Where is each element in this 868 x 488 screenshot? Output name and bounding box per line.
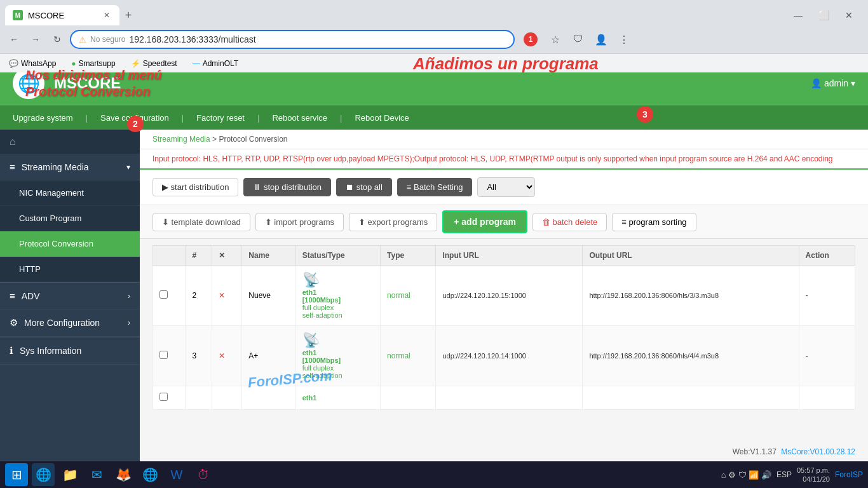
streaming-media-icon: ≡ (10, 161, 15, 172)
import-programs-button[interactable]: ⬆ import programs (255, 213, 344, 231)
sidebar: ⌂ ≡ Streaming Media ▾ NIC Management Cus… (0, 130, 140, 488)
row-checkbox-next[interactable] (159, 393, 168, 401)
taskbar-explorer[interactable]: 📁 (58, 463, 81, 486)
taskbar-mail[interactable]: ✉ (85, 463, 108, 486)
sidebar-home-button[interactable]: ⌂ (0, 130, 140, 154)
info-icon: ℹ (10, 345, 13, 356)
tab-title: MSCORE (28, 11, 64, 20)
browser-tab[interactable]: M MSCORE ✕ (5, 5, 119, 25)
extension-icon[interactable]: 🛡 (569, 30, 587, 48)
arrow-annotation: ↙ (553, 76, 580, 113)
program-sorting-button[interactable]: ≡ program sorting (612, 213, 696, 231)
row-status-2: 📡 eth1 [1000Mbps] full duplex self-adapt… (295, 266, 380, 326)
sidebar-item-custom-label: Custom Program (19, 214, 81, 223)
row-input-3: udp://224.120.120.14:1000 (436, 326, 583, 386)
breadcrumb-separator: > (212, 135, 217, 144)
sidebar-item-sys-information[interactable]: ℹ Sys Information (0, 337, 140, 365)
start-distribution-button[interactable]: ▶ start distribution (153, 178, 238, 196)
menu-icon[interactable]: ⋮ (615, 30, 633, 48)
row-type-3: normal (381, 326, 436, 386)
bookmark-icon[interactable]: ☆ (546, 30, 564, 48)
row-type-2: normal (381, 266, 436, 326)
export-programs-button[interactable]: ⬆ export programs (349, 213, 437, 231)
taskbar-language: ESP (776, 470, 792, 479)
content-area: Streaming Media > Protocol Conversion In… (140, 130, 868, 488)
taskbar-word[interactable]: W (165, 463, 188, 486)
breadcrumb: Streaming Media > Protocol Conversion (140, 130, 868, 149)
web-version: Web:V1.1.37 (733, 447, 776, 456)
filter-select[interactable]: All Running Stopped (477, 177, 535, 197)
stop-all-button[interactable]: ⏹ stop all (336, 178, 392, 196)
row-id-2: 2 (186, 266, 212, 326)
bookmark-adminolt[interactable]: — AdminOLT (189, 58, 242, 69)
sidebar-item-adv[interactable]: ≡ ADV › (0, 283, 140, 309)
sidebar-item-protocol-conversion[interactable]: Protocol Conversion (0, 231, 140, 257)
col-output: Output URL (583, 246, 799, 266)
reload-button[interactable]: ↻ (48, 30, 66, 48)
sidebar-item-http[interactable]: HTTP (0, 257, 140, 282)
profile-icon[interactable]: 👤 (592, 30, 610, 48)
row-name-3: A+ (242, 326, 295, 386)
warning-text: Input protocol: HLS, HTTP, RTP, UDP, RTS… (153, 154, 833, 163)
back-button[interactable]: ← (5, 30, 23, 48)
sidebar-item-custom-program[interactable]: Custom Program (0, 206, 140, 231)
row-delete-2[interactable]: ✕ (212, 266, 242, 326)
col-id: # (186, 246, 212, 266)
table-container: # ✕ Name Status/Type Type Input URL Outp… (140, 239, 868, 423)
row-delete-3[interactable]: ✕ (212, 326, 242, 386)
taskbar-foroISP: ForoISP (835, 470, 863, 479)
reboot-device-link[interactable]: Reboot Device (355, 113, 409, 123)
batch-setting-button[interactable]: ≡ Batch Setting (397, 178, 473, 196)
col-action: Action (799, 246, 855, 266)
table-row: 3 ✕ A+ 📡 eth1 [1000Mbps] full duplex sel… (153, 326, 855, 386)
row-status-3: 📡 eth1 [1000Mbps] full duplex self-adapt… (295, 326, 380, 386)
col-name: Name (242, 246, 295, 266)
sidebar-item-nic-management[interactable]: NIC Management (0, 180, 140, 206)
mscore-version: MsCore:V01.00.28.12 (781, 447, 855, 456)
tab-close-button[interactable]: ✕ (102, 10, 112, 20)
reboot-service-link[interactable]: Reboot service (272, 113, 327, 123)
address-bar[interactable]: ⚠ No seguro 192.168.203.136:3333/multica… (70, 30, 515, 49)
template-download-button[interactable]: ⬇ template download (153, 213, 250, 231)
row-id-3: 3 (186, 326, 212, 386)
row-action-2[interactable]: - (799, 266, 855, 326)
breadcrumb-home-link[interactable]: Streaming Media (153, 135, 210, 144)
col-status: Status/Type (295, 246, 380, 266)
sidebar-item-streaming-media[interactable]: ≡ Streaming Media ▾ (0, 154, 140, 180)
annotation-add-text: Añadimos un programa (413, 54, 599, 74)
badge-3: 3 (637, 106, 653, 123)
new-tab-button[interactable]: + (119, 6, 137, 24)
stop-distribution-button[interactable]: ⏸ stop distribution (243, 178, 331, 196)
row-checkbox-2[interactable] (159, 290, 168, 299)
toolbar-row2: ⬇ template download ⬆ import programs ⬆ … (140, 205, 868, 239)
version-status: Web:V1.1.37 MsCore:V01.00.28.12 (733, 447, 855, 456)
sidebar-item-more-config[interactable]: ⚙ More Configuration › (0, 309, 140, 337)
taskbar-chrome[interactable]: 🌐 (139, 463, 161, 486)
adv-icon: ≡ (10, 290, 15, 301)
start-button[interactable]: ⊞ (5, 463, 28, 486)
add-program-button[interactable]: + add program (442, 210, 527, 233)
row-checkbox-3[interactable] (159, 351, 168, 359)
url-display: 192.168.203.136:3333/multicast (129, 34, 506, 44)
batch-delete-button[interactable]: 🗑 batch delete (532, 213, 607, 231)
taskbar-edge[interactable]: 🌐 (32, 463, 55, 486)
close-browser-button[interactable]: ✕ (840, 6, 858, 24)
taskbar-firefox[interactable]: 🦊 (112, 463, 135, 486)
chevron-down-icon: ▾ (126, 163, 130, 172)
admin-menu[interactable]: 👤 admin ▾ (811, 78, 855, 88)
upgrade-system-link[interactable]: Upgrade system (13, 113, 73, 123)
minimize-button[interactable]: ― (789, 6, 807, 24)
sidebar-item-nic-label: NIC Management (19, 188, 84, 198)
row-output-2: http://192.168.200.136:8060/hls/3/3.m3u8 (583, 266, 799, 326)
row-action-3[interactable]: - (799, 326, 855, 386)
forward-button[interactable]: → (27, 30, 44, 48)
row-output-3: http://192.168.200.136:8060/hls/4/4.m3u8 (583, 326, 799, 386)
sidebar-item-http-label: HTTP (19, 264, 41, 274)
row-id-next (186, 386, 212, 410)
chevron-right-adv-icon: › (128, 292, 130, 301)
row-name-2: Nueve (242, 266, 295, 326)
maximize-button[interactable]: ⬜ (815, 6, 832, 24)
badge-2: 2 (127, 116, 144, 132)
taskbar-timer[interactable]: ⏱ (192, 463, 215, 486)
factory-reset-link[interactable]: Factory reset (196, 113, 245, 123)
